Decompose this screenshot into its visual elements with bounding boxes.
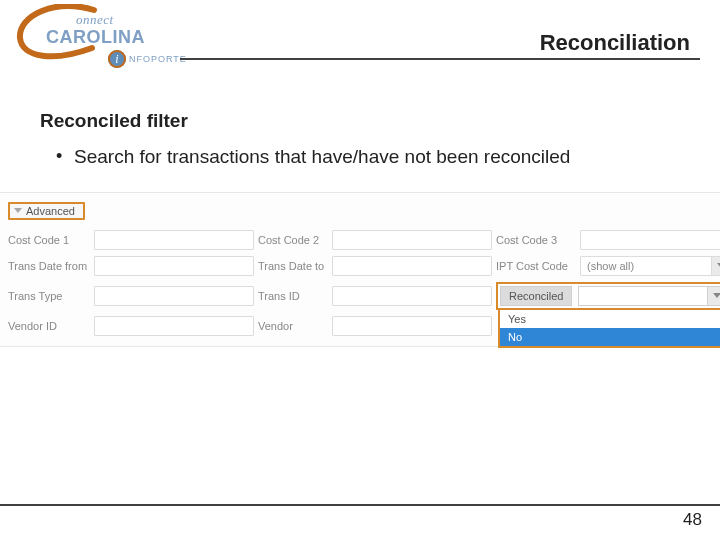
- select-ipt-cost-code[interactable]: (show all): [580, 256, 720, 276]
- advanced-toggle[interactable]: Advanced: [8, 202, 85, 220]
- input-trans-date-to[interactable]: [332, 256, 492, 276]
- info-i-icon: i: [108, 50, 126, 68]
- section-subhead: Reconciled filter: [40, 110, 680, 132]
- logo-carolina-text: CAROLINA: [46, 27, 145, 48]
- logo: onnect CAROLINA i NFOPORTE: [18, 6, 188, 76]
- label-trans-type: Trans Type: [8, 290, 90, 302]
- label-trans-date-from: Trans Date from: [8, 260, 90, 272]
- reconciled-dropdown: Yes No: [498, 308, 720, 348]
- logo-infoporte-text: NFOPORTE: [129, 54, 187, 64]
- chevron-down-icon: [14, 208, 22, 213]
- label-cost-code-1: Cost Code 1: [8, 234, 90, 246]
- label-cost-code-3: Cost Code 3: [496, 234, 576, 246]
- advanced-label: Advanced: [26, 205, 75, 217]
- input-vendor[interactable]: [332, 316, 492, 336]
- page-title: Reconciliation: [540, 30, 690, 56]
- select-reconciled[interactable]: [578, 286, 720, 306]
- screenshot-panel: Advanced Cost Code 1 Cost Code 2 Cost Co…: [0, 192, 720, 347]
- input-cost-code-1[interactable]: [94, 230, 254, 250]
- chevron-down-icon: [707, 287, 720, 305]
- input-trans-date-from[interactable]: [94, 256, 254, 276]
- page-number: 48: [683, 510, 702, 530]
- dropdown-option-no[interactable]: No: [500, 328, 720, 346]
- input-trans-id[interactable]: [332, 286, 492, 306]
- label-trans-date-to: Trans Date to: [258, 260, 328, 272]
- filter-form: Cost Code 1 Cost Code 2 Cost Code 3 Tran…: [0, 224, 720, 346]
- label-vendor-id: Vendor ID: [8, 320, 90, 332]
- input-cost-code-3[interactable]: [580, 230, 720, 250]
- label-trans-id: Trans ID: [258, 290, 328, 302]
- bullet-text: Search for transactions that have/have n…: [56, 146, 680, 168]
- label-reconciled: Reconciled: [500, 286, 572, 306]
- header-rule: [180, 58, 700, 60]
- reconciled-highlight: Reconciled: [496, 282, 720, 310]
- footer-rule: [0, 504, 720, 506]
- label-cost-code-2: Cost Code 2: [258, 234, 328, 246]
- select-ipt-value: (show all): [587, 260, 634, 272]
- label-vendor: Vendor: [258, 320, 328, 332]
- dropdown-option-yes[interactable]: Yes: [500, 310, 720, 328]
- logo-connect-text: onnect: [76, 12, 114, 28]
- input-trans-type[interactable]: [94, 286, 254, 306]
- label-ipt-cost-code: IPT Cost Code: [496, 260, 576, 272]
- logo-infoporte: i NFOPORTE: [108, 50, 187, 68]
- input-cost-code-2[interactable]: [332, 230, 492, 250]
- input-vendor-id[interactable]: [94, 316, 254, 336]
- chevron-down-icon: [711, 257, 720, 275]
